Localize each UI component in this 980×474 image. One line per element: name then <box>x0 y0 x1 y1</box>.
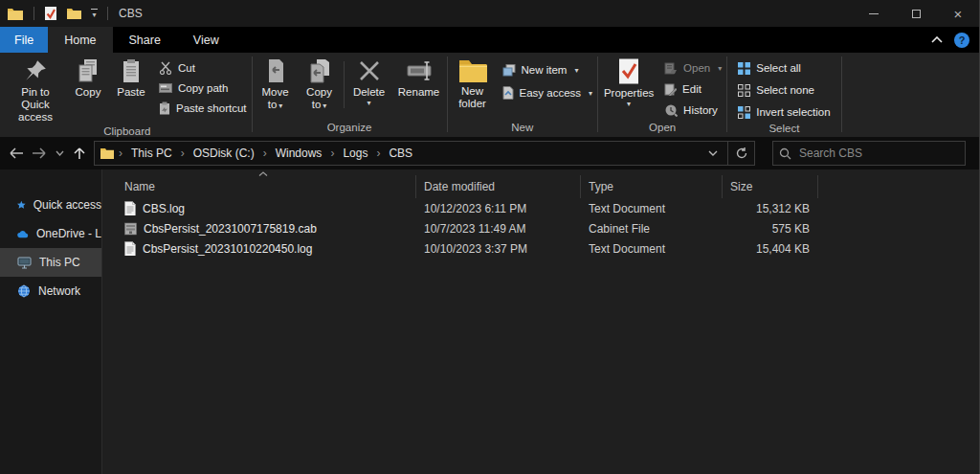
paste-shortcut-icon <box>159 102 170 115</box>
ribbon-divider <box>841 56 842 132</box>
qat-customize-dropdown[interactable]: ▾ <box>86 7 102 21</box>
file-name: CbsPersist_20231010220450.log <box>143 242 312 256</box>
column-header-empty <box>818 175 979 198</box>
paste-label: Paste <box>117 86 145 99</box>
address-dropdown-button[interactable] <box>701 150 725 156</box>
chevron-down-icon <box>708 150 718 156</box>
cut-icon <box>159 61 172 75</box>
properties-button[interactable]: Properties ▾ <box>599 56 658 108</box>
tab-home[interactable]: Home <box>48 27 112 53</box>
refresh-icon <box>736 147 747 159</box>
history-button[interactable]: History <box>664 102 722 119</box>
paste-shortcut-label: Paste shortcut <box>176 102 247 114</box>
move-to-button[interactable]: Move to▾ <box>254 56 298 112</box>
collapse-ribbon-icon[interactable] <box>931 36 943 43</box>
close-button[interactable]: × <box>937 0 979 27</box>
file-row-cbs-log[interactable]: CBS.log 10/12/2023 6:11 PM Text Document… <box>102 198 979 218</box>
column-header-type[interactable]: Type <box>581 175 723 198</box>
file-row-cbspersist-log[interactable]: CbsPersist_20231010220450.log 10/10/2023… <box>102 238 979 259</box>
open-button[interactable]: Open▾ <box>664 59 722 77</box>
easy-access-icon <box>502 86 514 100</box>
breadcrumb-chevron: › <box>262 147 268 160</box>
ribbon-tab-bar: File Home Share View ? <box>0 27 979 53</box>
select-all-button[interactable]: Select all <box>738 59 830 77</box>
column-headers: Name Date modified Type Size <box>102 175 979 198</box>
this-pc-icon <box>17 257 32 269</box>
tab-share[interactable]: Share <box>113 27 177 53</box>
new-item-button[interactable]: New item▾ <box>502 61 593 79</box>
breadcrumb-windows[interactable]: Windows <box>270 145 328 162</box>
new-folder-button[interactable]: New folder <box>449 56 497 110</box>
refresh-button[interactable] <box>728 141 755 166</box>
paste-shortcut-button[interactable]: Paste shortcut <box>159 100 247 117</box>
maximize-button[interactable] <box>895 0 937 27</box>
qat-separator <box>33 7 34 20</box>
tab-file[interactable]: File <box>0 27 48 53</box>
file-date: 10/7/2023 11:49 AM <box>416 222 581 236</box>
ribbon-group-open: Properties ▾ Open▾ Edit History Open <box>599 53 725 137</box>
sidebar-item-network[interactable]: Network <box>0 277 101 305</box>
properties-icon <box>617 58 640 84</box>
breadcrumb-logs[interactable]: Logs <box>337 145 373 162</box>
sidebar-item-onedrive[interactable]: OneDrive - L <box>0 219 101 248</box>
new-group-label: New <box>449 120 597 137</box>
move-to-label: Move to▾ <box>256 86 295 112</box>
address-bar[interactable]: › This PC › OSDisk (C:) › Windows › Logs… <box>94 141 728 166</box>
breadcrumb-cbs[interactable]: CBS <box>383 145 418 162</box>
edit-label: Edit <box>682 83 702 95</box>
ribbon-group-select: Select all Select none Invert selection … <box>728 53 839 137</box>
file-type: Cabinet File <box>581 222 723 236</box>
select-none-button[interactable]: Select none <box>738 81 830 99</box>
history-label: History <box>683 104 718 116</box>
breadcrumb-this-pc[interactable]: This PC <box>125 145 178 162</box>
ribbon: Pin to Quick access Copy Paste Cut Copy … <box>0 53 979 137</box>
select-all-icon <box>738 62 750 75</box>
pin-to-quick-access-label: Pin to Quick access <box>7 86 64 124</box>
edit-icon <box>664 83 677 96</box>
qat-new-folder-button[interactable] <box>62 6 86 21</box>
breadcrumb-chevron: › <box>329 147 335 160</box>
breadcrumb-osdisk[interactable]: OSDisk (C:) <box>188 145 260 162</box>
copy-to-button[interactable]: Copy to▾ <box>298 56 342 112</box>
easy-access-button[interactable]: Easy access▾ <box>502 84 593 102</box>
file-row-cbspersist-cab[interactable]: CbsPersist_20231007175819.cab 10/7/2023 … <box>102 218 979 238</box>
cabinet-file-icon <box>124 222 137 236</box>
sort-ascending-icon <box>258 171 268 176</box>
cut-button[interactable]: Cut <box>159 59 247 77</box>
edit-button[interactable]: Edit <box>664 80 722 98</box>
back-button[interactable] <box>6 142 27 165</box>
rename-button[interactable]: Rename <box>392 56 446 99</box>
up-button[interactable] <box>69 142 90 165</box>
text-document-icon <box>124 241 136 256</box>
select-group-label: Select <box>728 121 839 138</box>
search-input[interactable] <box>799 147 933 160</box>
search-box[interactable] <box>772 141 966 166</box>
open-group-label: Open <box>599 120 725 137</box>
forward-button[interactable] <box>29 142 50 165</box>
ribbon-divider <box>252 56 253 132</box>
column-header-name[interactable]: Name <box>102 175 416 198</box>
help-icon[interactable]: ? <box>954 33 969 48</box>
copy-path-button[interactable]: Copy path <box>159 79 247 97</box>
forward-arrow-icon <box>32 147 47 159</box>
sidebar-item-this-pc[interactable]: This PC <box>0 248 101 277</box>
paste-button[interactable]: Paste <box>109 56 153 99</box>
sidebar-item-quick-access[interactable]: Quick access <box>0 191 101 219</box>
copy-button[interactable]: Copy <box>67 56 109 99</box>
column-header-date-modified[interactable]: Date modified <box>416 175 581 198</box>
file-list-pane[interactable]: Name Date modified Type Size CBS.log 10/… <box>102 169 979 474</box>
qat-separator <box>107 7 108 20</box>
column-header-size[interactable]: Size <box>723 175 818 198</box>
minimize-button[interactable] <box>853 0 895 27</box>
select-none-icon <box>738 84 750 97</box>
delete-button[interactable]: Delete ▾ <box>346 56 392 107</box>
easy-access-label: Easy access <box>520 87 582 99</box>
navigation-bar: › This PC › OSDisk (C:) › Windows › Logs… <box>0 137 979 169</box>
invert-selection-button[interactable]: Invert selection <box>738 103 830 121</box>
tab-view[interactable]: View <box>177 27 235 53</box>
pin-to-quick-access-button[interactable]: Pin to Quick access <box>4 56 67 124</box>
recent-locations-button[interactable] <box>52 142 67 165</box>
qat-properties-button[interactable] <box>39 5 62 22</box>
paste-icon <box>121 58 142 83</box>
file-type: Text Document <box>581 202 723 215</box>
